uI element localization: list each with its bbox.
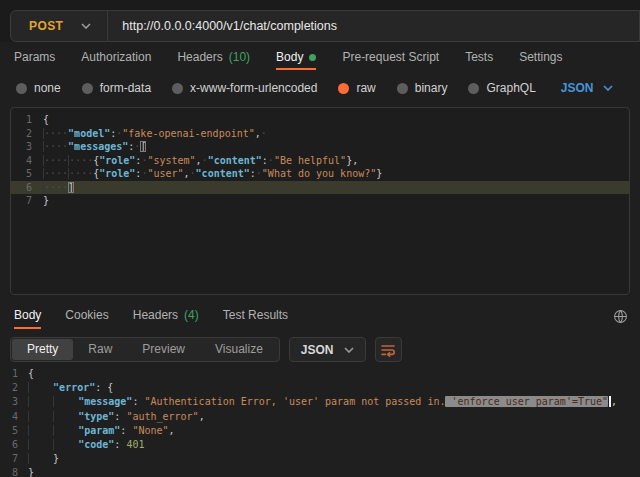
network-globe-icon[interactable]	[613, 309, 628, 324]
code-line[interactable]: 2····"model":·"fake-openai-endpoint",·	[11, 127, 629, 141]
code-line[interactable]: 3····"messages":·[	[11, 140, 629, 154]
request-url-bar: POST http://0.0.0.0:4000/v1/chat/complet…	[10, 10, 640, 42]
radio-x-www-form-urlencoded[interactable]: x-www-form-urlencoded	[172, 81, 317, 95]
code-line[interactable]: 5········{"role":·"user",·"content":·"Wh…	[11, 167, 629, 181]
radio-selected-icon	[338, 83, 349, 94]
request-url-row: POST http://0.0.0.0:4000/v1/chat/complet…	[0, 0, 640, 42]
method-label: POST	[29, 19, 63, 33]
radio-icon	[16, 83, 27, 94]
url-input[interactable]: http://0.0.0.0:4000/v1/chat/completions	[108, 19, 337, 33]
request-body-editor[interactable]: 1{2····"model":·"fake-openai-endpoint",·…	[10, 107, 630, 295]
tab-settings[interactable]: Settings	[519, 50, 562, 70]
line-number: 3	[11, 140, 43, 154]
code-text: {	[28, 367, 34, 381]
radio-icon	[82, 83, 93, 94]
response-tab-test-results[interactable]: Test Results	[223, 308, 288, 329]
line-number: 4	[11, 154, 43, 168]
radio-icon	[172, 83, 183, 94]
code-line[interactable]: 1{	[11, 113, 629, 127]
code-text: ····"messages":·[	[43, 140, 146, 154]
code-line[interactable]: 6····]	[11, 181, 629, 195]
code-line[interactable]: 4········{"role":·"system",·"content":·"…	[11, 154, 629, 168]
code-text: }	[28, 452, 59, 466]
line-number: 7	[11, 194, 43, 208]
code-text: ····]	[43, 181, 74, 195]
code-line[interactable]: 4 "type": "auth_error",	[0, 410, 640, 424]
code-line[interactable]: 7 }	[0, 452, 640, 466]
code-line[interactable]: 2 "error": {	[0, 381, 640, 395]
view-preview[interactable]: Preview	[127, 339, 200, 360]
response-tab-headers[interactable]: Headers(4)	[133, 308, 199, 329]
wrap-text-button[interactable]	[375, 337, 402, 362]
view-raw[interactable]: Raw	[73, 339, 127, 360]
code-line[interactable]: 3 "message": "Authentication Error, 'use…	[0, 395, 640, 409]
line-number: 3	[0, 395, 28, 409]
code-text: "param": "None",	[28, 424, 175, 438]
code-text: "type": "auth_error",	[28, 410, 205, 424]
tab-authorization[interactable]: Authorization	[81, 50, 151, 70]
code-text: }	[28, 466, 34, 477]
response-language-select[interactable]: JSON	[289, 337, 366, 362]
line-number: 2	[11, 127, 43, 141]
code-text: ········{"role":·"system",·"content":·"B…	[43, 154, 358, 168]
view-pretty[interactable]: Pretty	[12, 339, 73, 360]
radio-form-data[interactable]: form-data	[82, 81, 151, 95]
radio-binary[interactable]: binary	[397, 81, 448, 95]
line-number: 5	[0, 424, 28, 438]
line-number: 4	[0, 410, 28, 424]
tab-pre-request-script[interactable]: Pre-request Script	[342, 50, 439, 70]
chevron-down-icon	[81, 23, 91, 29]
code-text: ········{"role":·"user",·"content":·"Wha…	[43, 167, 382, 181]
response-view-row: Pretty Raw Preview Visualize JSON	[0, 329, 640, 363]
code-text: "message": "Authentication Error, 'user'…	[28, 395, 617, 409]
code-text: "error": {	[28, 381, 113, 395]
tab-tests[interactable]: Tests	[465, 50, 493, 70]
wrap-text-icon	[380, 343, 396, 357]
line-number: 1	[11, 113, 43, 127]
line-number: 2	[0, 381, 28, 395]
headers-count: (10)	[229, 50, 250, 64]
code-line[interactable]: 5 "param": "None",	[0, 424, 640, 438]
line-number: 5	[11, 167, 43, 181]
line-number: 6	[11, 181, 43, 195]
line-number: 8	[0, 466, 28, 477]
response-tab-cookies[interactable]: Cookies	[65, 308, 108, 329]
tab-params[interactable]: Params	[14, 50, 55, 70]
response-tabs: Body Cookies Headers(4) Test Results	[0, 295, 640, 329]
view-visualize[interactable]: Visualize	[200, 339, 278, 360]
line-number: 6	[0, 438, 28, 452]
chevron-down-icon	[344, 347, 354, 353]
response-tab-body[interactable]: Body	[14, 308, 41, 329]
response-meta	[613, 309, 628, 329]
radio-icon	[468, 83, 479, 94]
body-type-row: none form-data x-www-form-urlencoded raw…	[0, 72, 640, 104]
radio-raw[interactable]: raw	[338, 81, 375, 95]
line-number: 7	[0, 452, 28, 466]
postman-window: POST http://0.0.0.0:4000/v1/chat/complet…	[0, 0, 640, 477]
method-select[interactable]: POST	[11, 19, 107, 33]
response-headers-count: (4)	[184, 308, 199, 322]
code-text: }	[43, 194, 49, 208]
request-tabs: Params Authorization Headers(10) Body Pr…	[0, 42, 640, 70]
radio-graphql[interactable]: GraphQL	[468, 81, 535, 95]
line-number: 1	[0, 367, 28, 381]
body-modified-dot	[309, 54, 316, 61]
chevron-down-icon	[603, 85, 613, 91]
code-text: ····"model":·"fake-openai-endpoint",·	[43, 127, 267, 141]
tab-headers[interactable]: Headers(10)	[177, 50, 250, 70]
radio-icon	[397, 83, 408, 94]
response-body-editor[interactable]: 1{2 "error": {3 "message": "Authenticati…	[0, 363, 640, 477]
radio-none[interactable]: none	[16, 81, 61, 95]
code-line[interactable]: 7}	[11, 194, 629, 208]
tab-body[interactable]: Body	[276, 50, 316, 70]
code-text: "code": 401	[28, 438, 144, 452]
code-line[interactable]: 6 "code": 401	[0, 438, 640, 452]
code-line[interactable]: 8}	[0, 466, 640, 477]
code-text: {	[43, 113, 49, 127]
code-line[interactable]: 1{	[0, 367, 640, 381]
request-language-select[interactable]: JSON	[561, 81, 613, 95]
response-view-switcher: Pretty Raw Preview Visualize	[10, 337, 280, 362]
